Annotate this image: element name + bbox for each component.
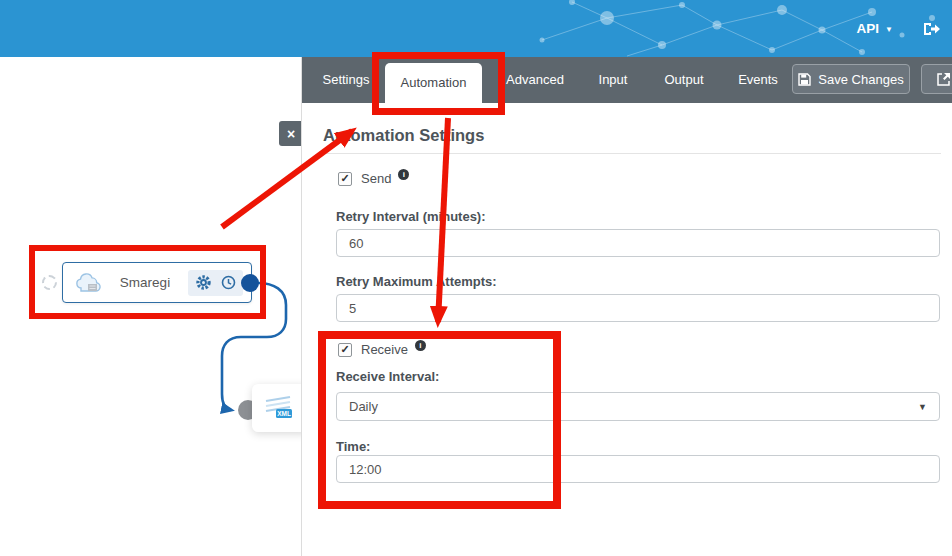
- info-icon[interactable]: i: [415, 340, 426, 351]
- tab-events[interactable]: Events: [732, 57, 784, 103]
- external-link-icon: [936, 72, 951, 87]
- time-label: Time:: [336, 439, 370, 454]
- title-divider: [323, 153, 941, 154]
- node-title: Smaregi: [102, 275, 188, 290]
- chevron-down-icon: ▼: [885, 25, 893, 34]
- receive-checkbox-row: ✓ Receive i: [338, 342, 426, 357]
- node-connector-line: [0, 57, 302, 556]
- sign-out-button[interactable]: [923, 21, 940, 37]
- input-port-dashed-circle[interactable]: [42, 275, 57, 290]
- receive-checkbox-label: Receive: [361, 342, 408, 357]
- retry-max-attempts-input[interactable]: [336, 294, 940, 322]
- save-changes-button[interactable]: Save Changes: [792, 64, 910, 94]
- receive-checkbox[interactable]: ✓: [338, 343, 352, 357]
- output-port-dot[interactable]: [241, 274, 259, 292]
- node-toolbar: [188, 270, 243, 296]
- panel-title: Automation Settings: [323, 126, 484, 145]
- gear-icon[interactable]: [195, 274, 212, 291]
- receive-interval-select[interactable]: Daily ▼: [336, 392, 940, 421]
- select-caret-icon: ▼: [918, 402, 927, 412]
- settings-panel: Automation Settings ✓ Send i Retry Inter…: [302, 103, 952, 556]
- save-changes-label: Save Changes: [818, 72, 903, 87]
- xml-document-icon: XML: [264, 395, 294, 421]
- app-window: API ▼ Settings Automation Advanced Input…: [0, 0, 952, 556]
- tab-strip: Settings Automation Advanced Input Outpu…: [300, 57, 952, 103]
- api-dropdown-label: API: [857, 21, 880, 36]
- retry-interval-input[interactable]: [336, 229, 940, 257]
- flow-canvas: Smaregi XML: [0, 57, 302, 556]
- sign-out-icon: [923, 21, 940, 37]
- tab-output[interactable]: Output: [658, 57, 710, 103]
- info-icon[interactable]: i: [398, 169, 409, 180]
- xml-node[interactable]: XML: [252, 384, 302, 432]
- tab-advanced[interactable]: Advanced: [501, 57, 569, 103]
- tab-input[interactable]: Input: [588, 57, 638, 103]
- time-input[interactable]: [336, 455, 940, 483]
- api-dropdown[interactable]: API ▼: [857, 21, 893, 36]
- receive-interval-selected-value: Daily: [349, 399, 378, 414]
- send-checkbox-label: Send: [361, 171, 391, 186]
- retry-interval-label: Retry Interval (minutes):: [336, 209, 486, 224]
- receive-interval-label: Receive Interval:: [336, 369, 439, 384]
- xml-badge-label: XML: [277, 410, 291, 417]
- send-checkbox[interactable]: ✓: [338, 172, 352, 186]
- retry-max-attempts-label: Retry Maximum Attempts:: [336, 274, 497, 289]
- close-panel-button[interactable]: ×: [279, 121, 302, 146]
- smaregi-node[interactable]: Smaregi: [62, 262, 252, 303]
- tab-settings[interactable]: Settings: [314, 57, 378, 103]
- send-checkbox-row: ✓ Send i: [338, 171, 409, 186]
- floppy-disk-icon: [798, 73, 811, 86]
- open-external-button[interactable]: [921, 64, 952, 94]
- clock-icon[interactable]: [221, 275, 236, 290]
- cloud-icon: [75, 272, 102, 293]
- top-header: API ▼: [0, 0, 952, 57]
